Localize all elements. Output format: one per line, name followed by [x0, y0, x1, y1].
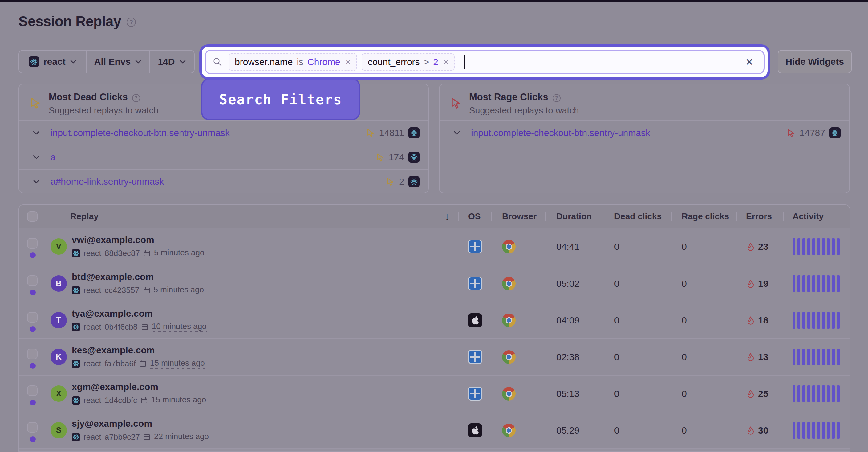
replay-age[interactable]: 5 minutes ago	[154, 248, 204, 258]
widget-row[interactable]: input.complete-checkout-btn.sentry-unmas…	[19, 120, 428, 145]
replay-user-email-link[interactable]: kes@example.com	[72, 345, 205, 356]
column-header-errors[interactable]: Errors	[737, 205, 783, 228]
activity-bar	[793, 386, 795, 402]
activity-bar	[837, 238, 840, 255]
replay-table-row[interactable]: T tya@example.com react 0b4f6cb8	[19, 302, 849, 338]
widget-rows: input.complete-checkout-btn.sentry-unmas…	[439, 120, 849, 145]
row-checkbox[interactable]	[27, 422, 38, 432]
replay-table-row[interactable]: V vwi@example.com react 88d3ec87	[19, 228, 849, 265]
os-cell	[458, 339, 491, 375]
select-all-checkbox[interactable]	[27, 211, 38, 222]
activity-cell	[783, 412, 849, 448]
column-header-os[interactable]: OS	[458, 205, 491, 228]
replay-id: fa7bba6f	[105, 359, 136, 368]
replay-cell: B btd@example.com react cc423557	[49, 265, 458, 302]
search-filter-chip[interactable]: browser.name is Chrome ×	[228, 53, 357, 71]
activity-bar	[802, 349, 805, 365]
activity-bar	[807, 349, 810, 365]
selector-link[interactable]: a	[51, 152, 376, 163]
replay-user-email-link[interactable]: xgm@example.com	[72, 382, 206, 392]
replay-table-row[interactable]: S sjy@example.com react a7bb9c27	[19, 412, 849, 448]
os-cell	[458, 302, 491, 338]
chevron-down-icon[interactable]	[33, 131, 40, 135]
column-header-browser[interactable]: Browser	[491, 205, 545, 228]
rage-clicks-cell: 0	[672, 339, 737, 375]
chip-remove-icon[interactable]: ×	[346, 57, 350, 67]
filter-value: 2	[433, 57, 438, 67]
date-range-dropdown[interactable]: 14D	[149, 51, 194, 73]
project-name: react	[84, 396, 101, 405]
chevron-down-icon[interactable]	[33, 179, 40, 184]
search-clear-button[interactable]: ×	[745, 56, 753, 68]
replay-age[interactable]: 15 minutes ago	[151, 395, 206, 405]
environment-dropdown[interactable]: All Envs	[86, 51, 149, 73]
activity-bar	[822, 238, 825, 255]
row-checkbox[interactable]	[27, 386, 38, 396]
react-project-icon	[72, 396, 80, 404]
replay-age[interactable]: 5 minutes ago	[154, 285, 204, 295]
column-header-replay[interactable]: Replay ↓	[49, 205, 458, 228]
row-checkbox[interactable]	[27, 312, 38, 322]
hide-widgets-button[interactable]: Hide Widgets	[778, 50, 852, 74]
replay-cell: V vwi@example.com react 88d3ec87	[49, 228, 458, 265]
replay-user-email-link[interactable]: btd@example.com	[72, 272, 204, 282]
rage-clicks-cell: 0	[672, 412, 737, 448]
column-header-activity[interactable]: Activity	[783, 205, 849, 228]
row-checkbox[interactable]	[27, 275, 38, 286]
search-input[interactable]: browser.name is Chrome × count_errors > …	[205, 50, 765, 74]
errors-value: 18	[758, 315, 768, 326]
widget-help-icon[interactable]: ?	[132, 94, 140, 102]
chevron-down-icon[interactable]	[453, 131, 461, 135]
sort-descending-icon[interactable]: ↓	[444, 210, 450, 222]
chip-remove-icon[interactable]: ×	[443, 57, 448, 67]
activity-cell	[783, 375, 849, 412]
page-help-icon[interactable]: ?	[127, 18, 136, 27]
os-cell	[458, 412, 491, 448]
avatar: T	[51, 312, 67, 328]
widget-row[interactable]: input.complete-checkout-btn.sentry-unmas…	[439, 120, 849, 145]
selector-link[interactable]: input.complete-checkout-btn.sentry-unmas…	[51, 128, 366, 138]
unread-indicator-dot	[30, 400, 36, 405]
widget-row[interactable]: a#home-link.sentry-unmask 2	[19, 169, 428, 193]
selector-link[interactable]: input.complete-checkout-btn.sentry-unmas…	[471, 128, 787, 138]
activity-bar	[802, 422, 805, 439]
chevron-down-icon[interactable]	[33, 155, 40, 160]
replay-user-email-link[interactable]: vwi@example.com	[72, 235, 204, 245]
select-all-cell	[19, 205, 49, 228]
page-title: Session Replay	[19, 13, 121, 30]
replay-user-email-link[interactable]: tya@example.com	[72, 308, 207, 319]
activity-bar	[807, 422, 810, 439]
activity-bar	[832, 349, 835, 365]
replay-user-email-link[interactable]: sjy@example.com	[72, 418, 209, 429]
click-cursor-icon	[366, 129, 375, 137]
dead-clicks-cell: 0	[604, 339, 672, 375]
replay-table-row[interactable]: K kes@example.com react fa7bba6f	[19, 338, 849, 375]
dead-clicks-value: 0	[614, 352, 619, 362]
activity-cell	[783, 302, 849, 338]
replay-age[interactable]: 10 minutes ago	[152, 321, 207, 332]
project-dropdown[interactable]: react	[19, 51, 86, 73]
rage-clicks-cell: 0	[672, 375, 737, 412]
replay-age[interactable]: 15 minutes ago	[150, 358, 205, 369]
column-header-rage-clicks[interactable]: Rage clicks	[672, 205, 737, 228]
chrome-browser-icon	[502, 314, 516, 327]
search-filter-chip[interactable]: count_errors > 2 ×	[362, 53, 455, 71]
selector-link[interactable]: a#home-link.sentry-unmask	[51, 176, 386, 187]
column-header-duration[interactable]: Duration	[545, 205, 604, 228]
replay-age[interactable]: 22 minutes ago	[154, 432, 209, 442]
row-select-cell	[19, 302, 49, 338]
replay-table-body: V vwi@example.com react 88d3ec87	[19, 228, 849, 448]
chevron-down-icon	[179, 59, 186, 64]
row-checkbox[interactable]	[27, 238, 38, 249]
replay-table-row[interactable]: B btd@example.com react cc423557	[19, 265, 849, 302]
activity-bar	[798, 312, 800, 329]
row-checkbox[interactable]	[27, 349, 38, 359]
rage-clicks-value: 0	[682, 352, 687, 362]
avatar: V	[51, 238, 67, 255]
column-header-dead-clicks[interactable]: Dead clicks	[604, 205, 672, 228]
replay-cell: T tya@example.com react 0b4f6cb8	[49, 302, 458, 338]
widget-subtitle: Suggested replays to watch	[49, 106, 158, 116]
replay-table-row[interactable]: X xgm@example.com react 1d4cdbfc	[19, 375, 849, 412]
widget-row[interactable]: a 174	[19, 145, 428, 169]
widget-help-icon[interactable]: ?	[553, 94, 561, 102]
